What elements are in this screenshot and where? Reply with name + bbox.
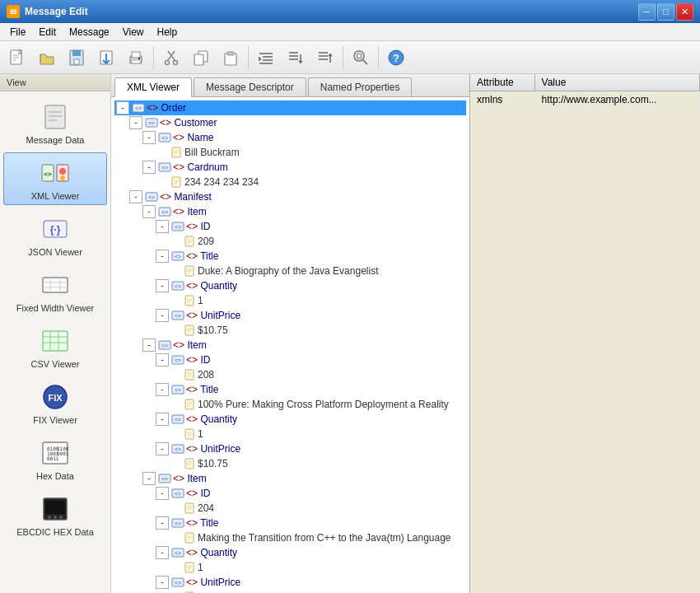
tree-toggle-button[interactable]: - (142, 472, 156, 485)
sort-down-button[interactable] (282, 44, 310, 71)
tree-node[interactable]: -<><> ID (114, 353, 466, 367)
help-button[interactable]: ? (382, 44, 410, 71)
tree-toggle-button[interactable]: - (156, 487, 169, 500)
tree-node[interactable]: -<><> Quantity (114, 545, 466, 560)
tree-node[interactable]: -<><> Order (114, 100, 466, 115)
close-button[interactable]: ✕ (676, 3, 693, 21)
sort-up-button[interactable] (311, 44, 339, 71)
tree-toggle-button[interactable]: - (156, 250, 169, 263)
tree-toggle-button[interactable]: - (156, 413, 169, 426)
tree-node[interactable]: -<><> Item (114, 204, 466, 219)
tab-message-descriptor[interactable]: Message Descriptor (194, 77, 306, 96)
tree-toggle-button[interactable]: - (142, 339, 156, 352)
tree-node[interactable]: -<><> Item (114, 471, 466, 486)
copy-button[interactable] (187, 44, 215, 71)
minimize-button[interactable]: ─ (638, 3, 656, 21)
new-button[interactable] (3, 44, 31, 71)
tree-node[interactable]: $10.75 (114, 456, 466, 471)
svg-text:<>: <> (175, 224, 181, 230)
tree-toggle-button[interactable]: - (129, 116, 142, 129)
menu-message[interactable]: Message (63, 25, 116, 40)
tree-node[interactable]: Bill Buckram (114, 145, 466, 160)
paste-button[interactable] (217, 44, 245, 71)
svg-point-68 (54, 516, 57, 519)
tree-toggle-button[interactable]: - (129, 190, 142, 203)
tree-container[interactable]: -<><> Order-<><> Customer-<><> NameBill … (111, 97, 469, 593)
save-button[interactable] (63, 44, 91, 71)
menu-help[interactable]: Help (151, 25, 184, 40)
leaf-value-icon (184, 265, 196, 278)
tree-node[interactable]: -<><> UnitPrice (114, 308, 466, 323)
tab-xml-viewer[interactable]: XML Viewer (114, 77, 192, 97)
svg-point-69 (59, 516, 63, 519)
tree-node[interactable]: 209 (114, 234, 466, 249)
tree-toggle-button[interactable]: - (142, 161, 156, 174)
xml-element-icon: <> (171, 309, 184, 322)
tree-toggle-button[interactable]: - (156, 383, 169, 396)
maximize-button[interactable]: □ (657, 3, 674, 21)
tree-node[interactable]: -<><> Title (114, 249, 466, 264)
tree-node[interactable]: -<><> UnitPrice (114, 575, 466, 590)
tree-node[interactable]: -<><> Name (114, 130, 466, 145)
toolbar-sep-1 (153, 46, 154, 69)
sidebar-item-xml-viewer[interactable]: <> XML Viewer (3, 152, 107, 205)
tree-toggle-button[interactable]: - (156, 442, 169, 455)
tree-node[interactable]: -<><> ID (114, 486, 466, 501)
tree-node[interactable]: 1 (114, 560, 466, 575)
tree-toggle-button[interactable]: - (156, 516, 169, 530)
tree-node[interactable]: -<><> Item (114, 338, 466, 353)
tree-node[interactable]: 208 (114, 367, 466, 382)
tree-node[interactable]: $10.75 (114, 323, 466, 338)
tree-toggle-button[interactable]: - (156, 220, 169, 233)
find-button[interactable] (347, 44, 375, 71)
sidebar-item-json-viewer[interactable]: {·} JSON Viewer (3, 208, 107, 261)
tree-toggle-button[interactable]: - (142, 131, 156, 144)
open-button[interactable] (33, 44, 61, 71)
tab-named-properties[interactable]: Named Properties (308, 77, 413, 96)
cut-button[interactable] (157, 44, 185, 71)
tree-node[interactable]: -<><> Manifest (114, 189, 466, 204)
tree-node[interactable]: -<><> Title (114, 516, 466, 530)
tree-node[interactable]: Making the Transition from C++ to the Ja… (114, 530, 466, 545)
print-button[interactable] (122, 44, 150, 71)
import-button[interactable] (92, 44, 120, 71)
tree-node[interactable]: -<><> Quantity (114, 278, 466, 293)
leaf-value-icon (184, 399, 196, 411)
tree-node[interactable]: 1 (114, 293, 466, 308)
tree-node[interactable]: -<><> Cardnum (114, 160, 466, 175)
tree-toggle-button[interactable]: - (156, 279, 169, 292)
xml-element-icon: <> (132, 101, 145, 114)
tree-node[interactable]: 1 (114, 427, 466, 441)
tree-toggle-button[interactable]: - (142, 205, 156, 218)
sidebar-item-csv-viewer[interactable]: CSV Viewer (3, 320, 107, 373)
tree-toggle-button[interactable]: - (156, 353, 169, 367)
app-icon: ✉ (7, 5, 20, 18)
svg-text:0001: 0001 (57, 451, 69, 456)
tree-node[interactable]: $10.75 (114, 590, 466, 593)
sidebar-item-hex-data[interactable]: 01001001001111000001 Hex Data (3, 432, 107, 485)
tree-node[interactable]: Duke: A Biography of the Java Evangelist (114, 264, 466, 278)
tree-node[interactable]: 100% Pure: Making Cross Platform Deploym… (114, 397, 466, 412)
sidebar-item-ebcdic-hex-data[interactable]: EBCDIC HEX Data (3, 488, 107, 541)
svg-text:FIX: FIX (48, 393, 63, 403)
menu-file[interactable]: File (3, 25, 32, 40)
tree-node[interactable]: 204 (114, 501, 466, 516)
tree-node[interactable]: -<><> Title (114, 382, 466, 397)
sidebar-item-fixed-width-viewer[interactable]: Fixed Width Viewer (3, 264, 107, 317)
tree-toggle-button[interactable]: - (156, 546, 169, 559)
tree-node[interactable]: -<><> Customer (114, 115, 466, 130)
tree-toggle-button[interactable]: - (116, 101, 129, 114)
tree-node[interactable]: 234 234 234 234 (114, 175, 466, 189)
tree-toggle-button[interactable]: - (156, 576, 169, 589)
menu-view[interactable]: View (116, 25, 151, 40)
indent-button[interactable] (252, 44, 280, 71)
sidebar-item-fix-viewer[interactable]: FIX FIX Viewer (3, 376, 107, 429)
svg-text:<>: <> (148, 194, 155, 200)
tree-toggle-button[interactable]: - (156, 309, 169, 322)
sidebar-item-message-data[interactable]: Message Data (3, 96, 107, 149)
left-panel: View Message Data <> (0, 74, 111, 593)
tree-node[interactable]: -<><> UnitPrice (114, 441, 466, 456)
tree-node[interactable]: -<><> ID (114, 219, 466, 234)
tree-node[interactable]: -<><> Quantity (114, 412, 466, 427)
menu-edit[interactable]: Edit (32, 25, 63, 40)
